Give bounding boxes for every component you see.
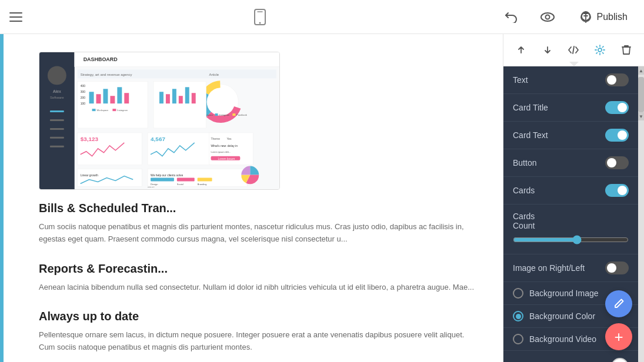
- svg-text:$3,123: $3,123: [81, 136, 99, 142]
- svg-point-3: [541, 13, 554, 21]
- top-bar-left: [9, 12, 22, 22]
- svg-text:Design: Design: [151, 183, 158, 186]
- setting-button-label: Button: [513, 158, 536, 167]
- svg-text:DASHBOARD: DASHBOARD: [84, 56, 118, 62]
- setting-card-title-row: Card Title: [503, 94, 638, 122]
- svg-rect-12: [50, 119, 64, 121]
- panel-scrollbar[interactable]: ▲ ▼: [638, 66, 644, 362]
- cards-count-slider[interactable]: [513, 235, 629, 244]
- svg-rect-48: [159, 92, 163, 103]
- radio-bg-image-label: Background Image: [529, 289, 599, 298]
- setting-card-text-row: Card Text: [503, 122, 638, 149]
- scroll-up-button[interactable]: ▲: [638, 66, 644, 75]
- color-swatch[interactable]: [611, 358, 629, 362]
- svg-rect-28: [103, 89, 108, 103]
- delete-button[interactable]: [616, 40, 636, 60]
- cards-count-row: CardsCount: [503, 205, 638, 254]
- section-bills: Bills & Scheduled Tran... Cum sociis nat…: [39, 202, 479, 246]
- svg-rect-66: [151, 178, 174, 182]
- svg-rect-14: [50, 137, 64, 139]
- publish-label: Publish: [597, 12, 628, 22]
- svg-text:Linear growth: Linear growth: [81, 174, 98, 177]
- panel-toolbar: [503, 34, 644, 66]
- scroll-down-button[interactable]: ▼: [638, 112, 644, 120]
- add-fab-button[interactable]: +: [605, 323, 632, 350]
- settings-button[interactable]: [590, 40, 610, 60]
- section-reports: Reports & Forecastin... Aenean lacinia b…: [39, 262, 479, 294]
- setting-card-title-label: Card Title: [513, 103, 548, 112]
- svg-text:Instagram: Instagram: [117, 109, 128, 112]
- toggle-cards[interactable]: [605, 184, 629, 197]
- toggle-card-text-slider: [605, 129, 629, 142]
- svg-rect-13: [50, 128, 64, 130]
- edit-fab-button[interactable]: [605, 290, 632, 317]
- color-row: Color: [503, 351, 638, 362]
- svg-rect-29: [110, 96, 115, 103]
- svg-point-40: [211, 91, 232, 112]
- svg-rect-32: [92, 109, 96, 111]
- svg-rect-26: [89, 92, 94, 103]
- radio-bg-color-circle: [513, 311, 523, 321]
- svg-text:We help our clients solve: We help our clients solve: [151, 174, 183, 177]
- svg-rect-68: [198, 178, 212, 182]
- toggle-card-title-slider: [605, 101, 629, 114]
- svg-rect-58: [78, 169, 142, 187]
- toggle-image-right-left[interactable]: [605, 262, 629, 274]
- setting-cards-label: Cards: [513, 186, 535, 195]
- toggle-text[interactable]: [605, 73, 629, 86]
- svg-point-4: [545, 15, 549, 19]
- move-up-button[interactable]: [511, 40, 531, 60]
- svg-rect-43: [215, 113, 218, 116]
- svg-text:Software: Software: [50, 96, 64, 99]
- svg-text:300: 300: [81, 90, 86, 93]
- svg-text:4,567: 4,567: [151, 136, 165, 142]
- dashboard-preview: Alex Software DASHBOARD Strategy, art an…: [39, 52, 280, 190]
- svg-text:Facebook: Facebook: [236, 113, 246, 116]
- setting-image-right-left-row: Image on Right/Left: [503, 254, 638, 282]
- top-bar-right: Publish: [498, 8, 635, 26]
- svg-text:200: 200: [81, 96, 86, 99]
- setting-text-row: Text: [503, 66, 638, 94]
- svg-text:Yes: Yes: [226, 138, 232, 140]
- canvas-area[interactable]: Alex Software DASHBOARD Strategy, art an…: [4, 34, 503, 362]
- svg-rect-50: [172, 89, 176, 103]
- toggle-button-slider: [605, 156, 629, 169]
- svg-rect-11: [50, 110, 64, 112]
- toggle-card-title[interactable]: [605, 101, 629, 114]
- svg-rect-21: [78, 81, 148, 128]
- section-uptodate: Always up to date Pellentesque ornare se…: [39, 310, 479, 354]
- top-bar: Publish: [0, 0, 644, 34]
- radio-bg-video-label: Background Video: [529, 334, 596, 344]
- toggle-card-text[interactable]: [605, 129, 629, 142]
- publish-button[interactable]: Publish: [572, 8, 635, 26]
- svg-rect-49: [166, 94, 170, 103]
- svg-rect-45: [232, 113, 235, 116]
- setting-image-right-left-label: Image on Right/Left: [513, 263, 585, 273]
- svg-text:100: 100: [81, 102, 86, 105]
- toggle-image-right-left-slider: [605, 262, 629, 274]
- mobile-view-button[interactable]: [248, 5, 272, 29]
- code-button[interactable]: [563, 40, 583, 60]
- section-reports-text: Aenean lacinia bibendum nulla sed consec…: [39, 281, 479, 294]
- section-uptodate-title: Always up to date: [39, 310, 479, 323]
- svg-rect-67: [177, 178, 195, 182]
- toggle-button[interactable]: [605, 156, 629, 169]
- hamburger-menu-icon[interactable]: [9, 12, 22, 22]
- radio-bg-video-circle: [513, 334, 523, 344]
- undo-button[interactable]: [498, 8, 523, 26]
- section-reports-title: Reports & Forecastin...: [39, 262, 479, 276]
- preview-button[interactable]: [535, 9, 560, 25]
- svg-text:Workspace: Workspace: [97, 109, 109, 112]
- svg-rect-15: [50, 146, 64, 148]
- svg-text:Instagram: Instagram: [219, 113, 230, 116]
- cards-count-label: CardsCount: [513, 212, 629, 230]
- scroll-thumb[interactable]: [638, 77, 644, 112]
- setting-card-text-label: Card Text: [513, 130, 548, 140]
- move-down-button[interactable]: [538, 40, 558, 60]
- section-bills-text: Cum sociis natoque penatibus et magnis d…: [39, 221, 479, 246]
- svg-text:Strategy, art and revenue agen: Strategy, art and revenue agency: [81, 73, 132, 76]
- svg-rect-31: [124, 93, 129, 103]
- toggle-cards-slider: [605, 184, 629, 197]
- svg-rect-51: [179, 96, 183, 103]
- svg-rect-52: [185, 87, 189, 103]
